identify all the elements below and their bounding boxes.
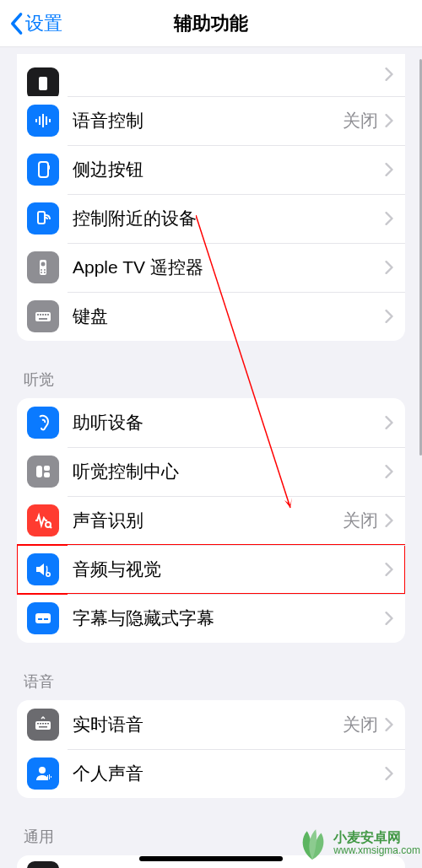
svg-rect-35 bbox=[42, 723, 44, 725]
section-hearing: 听觉 bbox=[17, 346, 405, 398]
watermark: 小麦安卓网 www.xmsigma.com bbox=[295, 826, 420, 861]
svg-rect-37 bbox=[47, 723, 49, 725]
detail: 关闭 bbox=[343, 109, 378, 132]
row-live-speech[interactable]: 实时语音 关闭 bbox=[17, 700, 405, 749]
svg-rect-5 bbox=[49, 119, 51, 122]
svg-point-10 bbox=[41, 262, 46, 267]
label: 侧边按钮 bbox=[73, 158, 385, 181]
svg-rect-16 bbox=[37, 314, 39, 315]
row-hearing-device[interactable]: 助听设备 bbox=[17, 398, 405, 447]
chevron-right-icon bbox=[385, 67, 393, 81]
row-voice-control[interactable]: 语音控制 关闭 bbox=[17, 96, 405, 145]
svg-rect-18 bbox=[42, 314, 44, 315]
svg-rect-22 bbox=[36, 466, 42, 477]
svg-rect-42 bbox=[51, 776, 51, 778]
touch-icon bbox=[27, 67, 59, 96]
svg-rect-7 bbox=[47, 165, 50, 170]
content: 语音控制 关闭 侧边按钮 控制附近的设备 Apple TV 遥控器 键盘 听觉 bbox=[0, 54, 422, 868]
label: 键盘 bbox=[73, 305, 385, 328]
row-partial-top[interactable] bbox=[17, 67, 405, 96]
svg-rect-3 bbox=[42, 114, 44, 127]
hearing-cc-icon bbox=[27, 456, 59, 488]
row-sound-recognition[interactable]: 声音识别 关闭 bbox=[17, 496, 405, 545]
keyboard-icon bbox=[27, 300, 59, 332]
row-keyboard[interactable]: 键盘 bbox=[17, 292, 405, 341]
row-hearing-cc[interactable]: 听觉控制中心 bbox=[17, 447, 405, 496]
sound-recognition-icon bbox=[27, 504, 59, 536]
home-indicator[interactable] bbox=[139, 856, 283, 861]
svg-rect-41 bbox=[49, 774, 50, 779]
chevron-right-icon bbox=[385, 163, 393, 176]
chevron-right-icon bbox=[385, 563, 393, 576]
row-audio-visual[interactable]: 音频与视觉 bbox=[17, 545, 405, 594]
chevron-right-icon bbox=[385, 212, 393, 225]
watermark-url: www.xmsigma.com bbox=[333, 845, 420, 856]
chevron-right-icon bbox=[385, 416, 393, 429]
leaf-icon bbox=[295, 826, 330, 861]
chevron-right-icon bbox=[385, 767, 393, 780]
chevron-right-icon bbox=[385, 261, 393, 274]
svg-rect-38 bbox=[39, 726, 47, 728]
label: 声音识别 bbox=[73, 509, 343, 532]
svg-rect-4 bbox=[46, 116, 47, 125]
svg-rect-17 bbox=[40, 314, 41, 315]
svg-rect-34 bbox=[40, 723, 41, 725]
svg-rect-30 bbox=[38, 618, 42, 620]
svg-point-14 bbox=[44, 272, 46, 273]
svg-rect-2 bbox=[39, 116, 41, 125]
label: 语音控制 bbox=[73, 109, 343, 132]
nav-bar: 设置 辅助功能 bbox=[0, 0, 422, 47]
svg-rect-15 bbox=[35, 312, 51, 321]
chevron-right-icon bbox=[385, 612, 393, 625]
chevron-right-icon bbox=[385, 514, 393, 527]
svg-rect-29 bbox=[35, 613, 51, 623]
detail: 关闭 bbox=[343, 713, 378, 736]
chevron-left-icon bbox=[8, 12, 24, 35]
svg-rect-19 bbox=[45, 314, 46, 315]
label: 个人声音 bbox=[73, 762, 385, 785]
svg-rect-8 bbox=[38, 212, 45, 224]
back-button[interactable]: 设置 bbox=[0, 11, 62, 36]
personal-voice-icon bbox=[27, 757, 59, 790]
svg-rect-20 bbox=[47, 314, 49, 315]
row-side-button[interactable]: 侧边按钮 bbox=[17, 145, 405, 194]
svg-point-12 bbox=[44, 269, 46, 271]
svg-rect-31 bbox=[44, 618, 48, 620]
row-subtitles[interactable]: 字幕与隐藏式字幕 bbox=[17, 594, 405, 643]
voice-control-icon bbox=[27, 105, 59, 137]
svg-point-28 bbox=[47, 574, 50, 576]
label: Apple TV 遥控器 bbox=[73, 256, 385, 279]
row-apple-tv-remote[interactable]: Apple TV 遥控器 bbox=[17, 243, 405, 292]
back-label: 设置 bbox=[25, 11, 62, 36]
chevron-right-icon bbox=[385, 114, 393, 127]
svg-line-26 bbox=[50, 526, 51, 528]
svg-rect-36 bbox=[45, 723, 46, 725]
label: 听觉控制中心 bbox=[73, 460, 385, 483]
svg-rect-21 bbox=[39, 318, 47, 320]
label: 实时语音 bbox=[73, 713, 343, 736]
detail: 关闭 bbox=[343, 509, 378, 532]
svg-point-11 bbox=[41, 269, 42, 271]
row-personal-voice[interactable]: 个人声音 bbox=[17, 749, 405, 798]
page-title: 辅助功能 bbox=[174, 11, 248, 36]
section-speech: 语音 bbox=[17, 648, 405, 700]
group-touch: 语音控制 关闭 侧边按钮 控制附近的设备 Apple TV 遥控器 键盘 bbox=[17, 54, 405, 341]
chevron-right-icon bbox=[385, 465, 393, 478]
chevron-right-icon bbox=[385, 310, 393, 323]
svg-point-39 bbox=[39, 767, 46, 774]
svg-rect-33 bbox=[37, 723, 39, 725]
live-speech-icon bbox=[27, 709, 59, 741]
row-nearby-devices[interactable]: 控制附近的设备 bbox=[17, 194, 405, 243]
svg-point-13 bbox=[41, 272, 42, 273]
label: 字幕与隐藏式字幕 bbox=[73, 607, 385, 630]
apple-tv-remote-icon bbox=[27, 251, 59, 283]
label: 音频与视觉 bbox=[73, 558, 385, 581]
nearby-devices-icon bbox=[27, 202, 59, 235]
watermark-cn: 小麦安卓网 bbox=[333, 831, 420, 845]
group-speech: 实时语音 关闭 个人声音 bbox=[17, 700, 405, 798]
svg-rect-0 bbox=[39, 77, 47, 90]
label: 助听设备 bbox=[73, 411, 385, 434]
guided-access-icon bbox=[27, 861, 59, 868]
subtitles-icon bbox=[27, 602, 59, 634]
group-hearing: 助听设备 听觉控制中心 声音识别 关闭 音频与视觉 字幕与隐藏式字幕 bbox=[17, 398, 405, 643]
